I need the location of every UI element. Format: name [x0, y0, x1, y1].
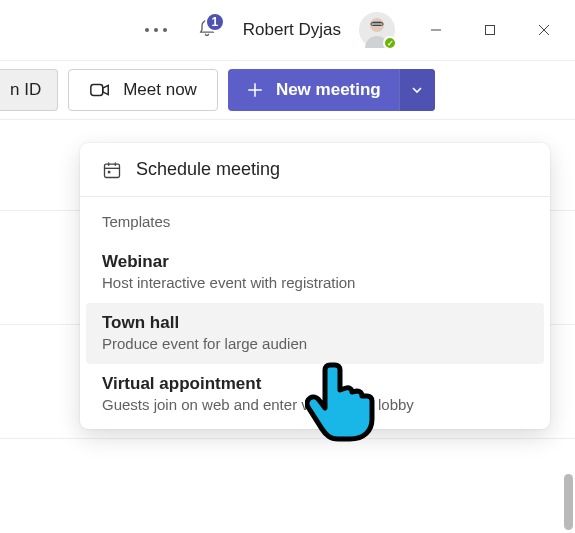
video-icon: [89, 79, 111, 101]
new-meeting-label: New meeting: [276, 80, 381, 100]
template-town-hall[interactable]: Town hall Produce event for large audien: [86, 303, 544, 364]
more-options-button[interactable]: [131, 28, 181, 32]
template-virtual-appointment[interactable]: Virtual appointment Guests join on web a…: [80, 364, 550, 425]
new-meeting-button[interactable]: New meeting: [228, 80, 399, 100]
user-name-label: Robert Dyjas: [233, 20, 351, 40]
new-meeting-dropdown-menu: Schedule meeting Templates Webinar Host …: [80, 143, 550, 429]
template-webinar[interactable]: Webinar Host interactive event with regi…: [80, 242, 550, 303]
new-meeting-split-button[interactable]: New meeting: [228, 69, 435, 111]
title-bar: 1 Robert Dyjas: [0, 0, 575, 60]
svg-rect-8: [91, 85, 103, 96]
svg-rect-15: [108, 170, 111, 173]
template-subtitle: Produce event for large audien: [102, 335, 528, 352]
meet-now-button[interactable]: Meet now: [68, 69, 218, 111]
notification-badge: 1: [205, 12, 225, 32]
calendar-icon: [102, 160, 122, 180]
window-close-button[interactable]: [521, 10, 567, 50]
plus-icon: [246, 81, 264, 99]
chevron-down-icon: [411, 84, 423, 96]
schedule-meeting-item[interactable]: Schedule meeting: [80, 143, 550, 196]
join-with-id-button[interactable]: n ID: [0, 69, 58, 111]
templates-section-label: Templates: [80, 197, 550, 242]
activity-button[interactable]: 1: [189, 18, 225, 42]
template-title: Webinar: [102, 252, 528, 272]
svg-rect-11: [105, 164, 120, 177]
vertical-scrollbar-thumb[interactable]: [564, 474, 573, 530]
meet-now-label: Meet now: [123, 80, 197, 100]
window-maximize-button[interactable]: [467, 10, 513, 50]
calendar-toolbar: n ID Meet now New meeting: [0, 60, 575, 120]
template-title: Town hall: [102, 313, 528, 333]
window-minimize-button[interactable]: [413, 10, 459, 50]
user-avatar[interactable]: [359, 12, 395, 48]
svg-rect-5: [486, 26, 495, 35]
presence-available-icon: [383, 36, 397, 50]
schedule-meeting-label: Schedule meeting: [136, 159, 280, 180]
new-meeting-dropdown-button[interactable]: [399, 69, 435, 111]
template-subtitle: Host interactive event with registration: [102, 274, 528, 291]
template-title: Virtual appointment: [102, 374, 528, 394]
template-subtitle: Guests join on web and enter via tailore…: [102, 396, 528, 413]
